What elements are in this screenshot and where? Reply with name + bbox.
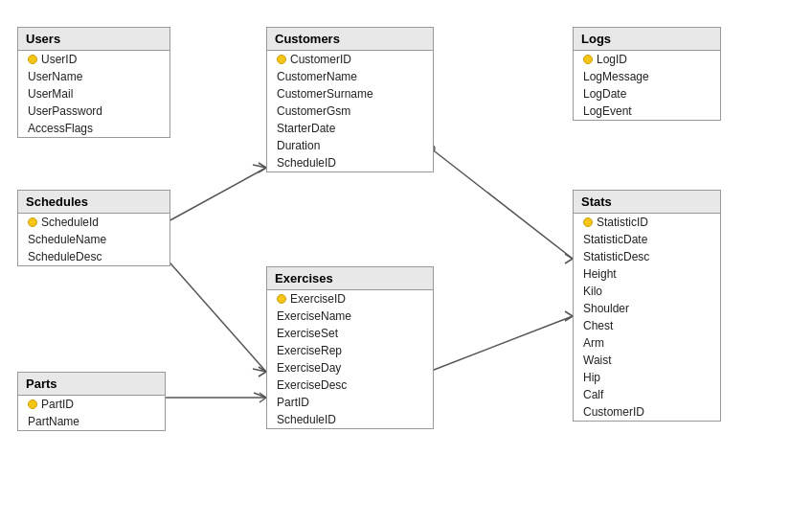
field-customergsm: CustomerGsm [267, 103, 433, 120]
field-arm: Arm [574, 334, 720, 352]
field-logevent: LogEvent [574, 103, 720, 120]
table-customers-header: Customers [267, 28, 433, 51]
field-exercisename: ExerciseName [267, 308, 433, 325]
field-exerciseid: ExerciseID [267, 290, 433, 308]
pk-icon-statisticid [583, 217, 593, 227]
svg-line-4 [156, 168, 266, 228]
table-exercises: Exercises ExerciseID ExerciseName Exerci… [266, 266, 434, 429]
field-exercisedesc: ExerciseDesc [267, 377, 433, 394]
field-logdate: LogDate [574, 85, 720, 103]
table-logs: Logs LogID LogMessage LogDate LogEvent [573, 27, 721, 121]
field-customers-scheduleid: ScheduleID [267, 154, 433, 171]
field-starterdate: StarterDate [267, 120, 433, 137]
field-username: UserName [18, 68, 169, 85]
svg-line-12 [259, 372, 266, 377]
table-customers: Customers CustomerID CustomerName Custom… [266, 27, 434, 172]
table-logs-header: Logs [574, 28, 720, 51]
svg-line-21 [565, 311, 573, 316]
pk-icon-partid [28, 399, 37, 409]
table-exercises-header: Exercises [267, 267, 433, 290]
table-parts-header: Parts [18, 373, 165, 396]
field-exercises-partid: PartID [267, 394, 433, 411]
canvas: Users UserID UserName UserMail UserPassw… [0, 0, 812, 525]
svg-line-1 [565, 254, 573, 259]
svg-line-8 [253, 165, 266, 168]
field-logmessage: LogMessage [574, 68, 720, 85]
svg-line-2 [565, 259, 573, 263]
field-accessflags: AccessFlags [18, 120, 169, 137]
field-kilo: Kilo [574, 283, 720, 300]
table-users: Users UserID UserName UserMail UserPassw… [17, 27, 170, 138]
table-stats: Stats StatisticID StatisticDate Statisti… [573, 190, 721, 422]
field-logid: LogID [574, 51, 720, 68]
field-statisticid: StatisticID [574, 214, 720, 231]
field-usermail: UserMail [18, 85, 169, 103]
svg-line-17 [259, 398, 266, 402]
field-exerciseday: ExerciseDay [267, 359, 433, 377]
field-userid: UserID [18, 51, 169, 68]
field-stats-customerid: CustomerID [574, 403, 720, 421]
field-userpassword: UserPassword [18, 103, 169, 120]
svg-line-0 [431, 148, 573, 259]
pk-icon-logid [583, 55, 593, 64]
pk-icon-exerciseid [277, 294, 286, 304]
field-schedulename: ScheduleName [18, 231, 169, 248]
svg-line-19 [429, 316, 573, 372]
svg-line-22 [565, 316, 573, 321]
field-shoulder: Shoulder [574, 300, 720, 317]
svg-line-16 [259, 393, 266, 398]
table-parts: Parts PartID PartName [17, 372, 166, 431]
field-chest: Chest [574, 317, 720, 334]
field-statisticdate: StatisticDate [574, 231, 720, 248]
field-calf: Calf [574, 386, 720, 403]
svg-line-7 [259, 168, 266, 172]
pk-icon-scheduleid [28, 217, 37, 227]
pk-icon-userid [28, 55, 37, 64]
table-schedules-header: Schedules [18, 191, 169, 214]
svg-line-11 [259, 367, 266, 372]
field-exerciseset: ExerciseSet [267, 325, 433, 342]
field-customersurname: CustomerSurname [267, 85, 433, 103]
table-stats-header: Stats [574, 191, 720, 214]
pk-icon-customerid [277, 55, 286, 64]
field-exercises-scheduleid: ScheduleID [267, 411, 433, 428]
svg-line-6 [259, 163, 266, 168]
svg-line-18 [254, 393, 266, 398]
field-waist: Waist [574, 352, 720, 369]
field-customerid: CustomerID [267, 51, 433, 68]
field-partid: PartID [18, 396, 165, 413]
field-customername: CustomerName [267, 68, 433, 85]
svg-line-9 [156, 247, 266, 372]
table-users-header: Users [18, 28, 169, 51]
table-schedules: Schedules ScheduleId ScheduleName Schedu… [17, 190, 170, 266]
field-statisticdesc: StatisticDesc [574, 248, 720, 265]
field-partname: PartName [18, 413, 165, 430]
field-height: Height [574, 265, 720, 283]
field-duration: Duration [267, 137, 433, 154]
svg-line-13 [253, 369, 266, 372]
field-scheduledesc: ScheduleDesc [18, 248, 169, 265]
field-scheduleid: ScheduleId [18, 214, 169, 231]
field-hip: Hip [574, 369, 720, 386]
field-exerciserep: ExerciseRep [267, 342, 433, 359]
